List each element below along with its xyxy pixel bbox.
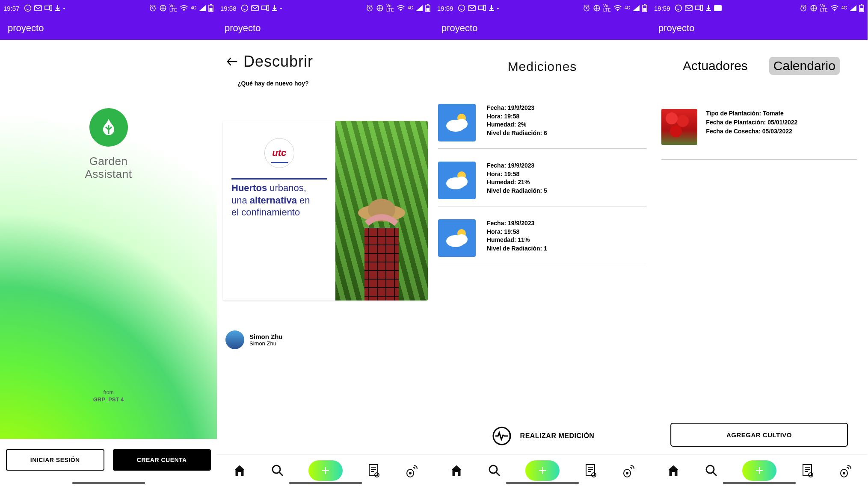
pulse-icon — [490, 424, 513, 448]
signal-icon — [633, 5, 640, 11]
card-image — [335, 121, 428, 300]
card-line2: una alternativa en — [231, 195, 310, 206]
svg-rect-50 — [455, 472, 458, 476]
app-logo — [89, 108, 128, 147]
crop-item[interactable]: Tipo de Plantación: Tomate Fecha de Plan… — [661, 109, 856, 160]
nav-receipt[interactable] — [583, 463, 598, 478]
svg-point-70 — [809, 473, 813, 477]
author-avatar — [225, 330, 244, 349]
wifi-icon — [830, 5, 839, 12]
nav-add-button[interactable] — [308, 460, 343, 481]
article-card[interactable]: utc Huertos urbanos, una alternativa en … — [223, 121, 428, 300]
tab-calendar[interactable]: Calendario — [769, 57, 840, 75]
svg-rect-24 — [238, 472, 241, 476]
card-left: utc Huertos urbanos, una alternativa en … — [223, 121, 335, 300]
whatsapp-icon — [24, 4, 32, 12]
statusbar: 19:58 ● Vo LTE 4G — [217, 0, 434, 16]
author-row[interactable]: Simon Zhu Simon Zhu — [217, 300, 434, 349]
meas-time: Hora: 19:58 — [487, 170, 547, 179]
svg-point-10 — [241, 5, 248, 12]
nav-sensor[interactable] — [621, 463, 636, 478]
nav-search[interactable] — [270, 463, 285, 478]
statusbar: 19:59 Vo LTE 4G — [651, 0, 868, 16]
discover-body: Descubrir ¿Qué hay de nuevo hoy? utc Hue… — [217, 40, 434, 486]
gmail-icon — [685, 5, 693, 11]
badge-icon — [714, 5, 722, 11]
nav-search[interactable] — [704, 463, 719, 478]
statusbar: 19:57 ● Vo LTE — [0, 0, 217, 16]
meas-date: Fecha: 19/9/2023 — [487, 104, 547, 112]
svg-rect-8 — [210, 4, 212, 5]
from-block: from GRP_PST 4 — [0, 389, 217, 403]
nav-sensor[interactable] — [838, 463, 853, 478]
status-time: 19:58 — [220, 5, 237, 12]
net-gen-label: 4G — [841, 6, 847, 10]
dnd-icon — [159, 4, 167, 12]
nav-add-button[interactable] — [742, 460, 776, 481]
create-account-button[interactable]: CREAR CUENTA — [113, 449, 211, 471]
measurement-text: Fecha: 19/9/2023 Hora: 19:58 Humedad: 11… — [487, 219, 547, 253]
volte-label: Vo LTE — [169, 4, 177, 12]
wifi-icon — [613, 5, 622, 12]
whatsapp-icon — [675, 4, 682, 12]
meas-humidity: Humedad: 11% — [487, 236, 547, 244]
net-gen-label: 4G — [191, 6, 196, 10]
nav-search[interactable] — [487, 463, 502, 478]
dot-icon: ● — [63, 6, 65, 10]
svg-rect-60 — [714, 5, 722, 11]
meas-humidity: Humedad: 21% — [487, 178, 547, 187]
svg-point-68 — [706, 465, 714, 473]
back-icon[interactable] — [225, 55, 238, 68]
nav-add-button[interactable] — [525, 460, 560, 481]
appbar-title: proyecto — [441, 23, 477, 34]
measurement-item[interactable]: Fecha: 19/9/2023 Hora: 19:58 Humedad: 11… — [438, 219, 646, 264]
crop-thumbnail — [661, 109, 697, 145]
gmail-icon — [468, 5, 476, 11]
nav-home[interactable] — [232, 463, 247, 478]
gmail-icon — [251, 5, 259, 11]
svg-point-0 — [24, 5, 31, 12]
login-button[interactable]: INICIAR SESIÓN — [6, 449, 104, 471]
appbar: proyecto — [0, 16, 217, 40]
weather-icon — [438, 104, 476, 141]
devices-icon — [44, 5, 52, 12]
add-crop-button[interactable]: AGREGAR CULTIVO — [670, 423, 848, 447]
svg-point-6 — [183, 10, 184, 12]
gesture-bar — [723, 482, 796, 484]
nav-receipt[interactable] — [366, 463, 381, 478]
from-label: from — [0, 389, 217, 395]
author-name: Simon Zhu — [249, 333, 283, 340]
svg-point-27 — [375, 473, 379, 477]
meas-time: Hora: 19:58 — [487, 228, 547, 236]
net-gen-label: 4G — [625, 6, 630, 10]
nav-home[interactable] — [449, 463, 464, 478]
whatsapp-icon — [458, 4, 465, 12]
tab-actuators[interactable]: Actuadores — [678, 57, 752, 75]
nav-home[interactable] — [666, 463, 681, 478]
wifi-icon — [397, 5, 405, 12]
nav-sensor[interactable] — [404, 463, 419, 478]
svg-point-63 — [834, 10, 835, 12]
svg-point-42 — [456, 119, 468, 129]
svg-point-45 — [456, 177, 468, 187]
crop-details: Tipo de Plantación: Tomate Fecha de Plan… — [706, 109, 797, 136]
svg-rect-67 — [672, 472, 675, 476]
statusbar: 19:59 ● Vo LTE 4G — [434, 0, 651, 16]
measure-button[interactable]: REALIZAR MEDICIÓN — [434, 424, 651, 448]
from-value: GRP_PST 4 — [0, 396, 217, 403]
nav-receipt[interactable] — [800, 463, 815, 478]
battery-icon — [859, 4, 864, 12]
battery-icon — [425, 4, 430, 12]
svg-rect-18 — [427, 4, 429, 5]
bottom-nav — [217, 454, 434, 486]
svg-rect-3 — [50, 5, 52, 10]
svg-rect-57 — [685, 6, 692, 11]
appbar: proyecto — [434, 16, 651, 40]
svg-point-53 — [592, 473, 596, 477]
measurement-item[interactable]: Fecha: 19/9/2023 Hora: 19:58 Humedad: 21… — [438, 162, 646, 206]
svg-rect-9 — [210, 8, 213, 11]
meas-radiation: Nivel de Radiación: 1 — [487, 244, 547, 253]
alarm-icon — [149, 4, 157, 12]
measurements-body: Mediciones Fecha: 19/9/2023 Hora: 19:58 … — [434, 40, 651, 486]
measurement-item[interactable]: Fecha: 19/9/2023 Hora: 19:58 Humedad: 2%… — [438, 104, 646, 149]
